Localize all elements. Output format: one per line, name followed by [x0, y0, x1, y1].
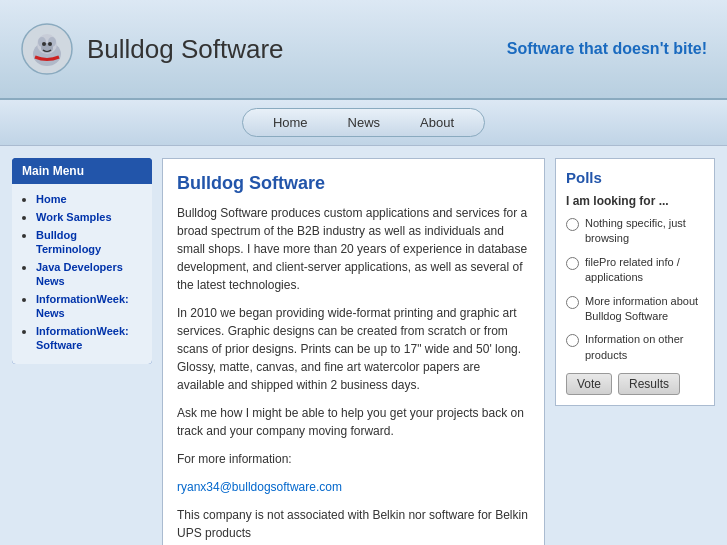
svg-point-6: [42, 42, 46, 46]
results-button[interactable]: Results: [618, 373, 680, 395]
list-item: InformationWeek: News: [36, 292, 142, 320]
main-wrapper: Main Menu Home Work Samples Bulldog Term…: [0, 146, 727, 545]
list-item: Bulldog Terminology: [36, 228, 142, 256]
content-paragraph-2: In 2010 we began providing wide-format p…: [177, 304, 530, 394]
content-paragraph-1: Bulldog Software produces custom applica…: [177, 204, 530, 294]
sidebar-content: Home Work Samples Bulldog Terminology Ja…: [12, 184, 152, 364]
site-title: Bulldog Software: [87, 34, 284, 65]
svg-point-7: [48, 42, 52, 46]
polls-area: Polls I am looking for ... Nothing speci…: [555, 158, 715, 545]
sidebar-link-iw-news[interactable]: InformationWeek: News: [36, 293, 129, 319]
poll-label-4: Information on other products: [585, 332, 704, 363]
polls-subtitle: I am looking for ...: [566, 194, 704, 208]
poll-option-2: filePro related info / applications: [566, 255, 704, 286]
sidebar-link-home[interactable]: Home: [36, 193, 67, 205]
poll-label-2: filePro related info / applications: [585, 255, 704, 286]
sidebar-title: Main Menu: [12, 158, 152, 184]
page-header: Bulldog Software Software that doesn't b…: [0, 0, 727, 100]
logo-area: Bulldog Software: [20, 22, 284, 77]
sidebar: Main Menu Home Work Samples Bulldog Term…: [12, 158, 152, 545]
nav-about[interactable]: About: [400, 111, 474, 134]
content-paragraph-3: Ask me how I might be able to help you g…: [177, 404, 530, 440]
poll-radio-3[interactable]: [566, 296, 579, 309]
tagline: Software that doesn't bite!: [507, 40, 707, 58]
belkin-notice: This company is not associated with Belk…: [177, 506, 530, 542]
poll-label-1: Nothing specific, just browsing: [585, 216, 704, 247]
sidebar-link-iw-software[interactable]: InformationWeek: Software: [36, 325, 129, 351]
sidebar-box: Main Menu Home Work Samples Bulldog Term…: [12, 158, 152, 364]
poll-radio-1[interactable]: [566, 218, 579, 231]
email-link[interactable]: ryanx34@bulldogsoftware.com: [177, 480, 342, 494]
poll-option-3: More information about Bulldog Software: [566, 294, 704, 325]
list-item: Java Developers News: [36, 260, 142, 288]
content-title: Bulldog Software: [177, 173, 530, 194]
poll-label-3: More information about Bulldog Software: [585, 294, 704, 325]
nav-news[interactable]: News: [328, 111, 401, 134]
poll-radio-4[interactable]: [566, 334, 579, 347]
list-item: Work Samples: [36, 210, 142, 224]
sidebar-link-work-samples[interactable]: Work Samples: [36, 211, 112, 223]
poll-radio-2[interactable]: [566, 257, 579, 270]
sidebar-link-terminology[interactable]: Bulldog Terminology: [36, 229, 101, 255]
polls-title: Polls: [566, 169, 704, 186]
main-content: Bulldog Software Bulldog Software produc…: [162, 158, 545, 545]
list-item: Home: [36, 192, 142, 206]
bulldog-logo-icon: [20, 22, 75, 77]
nav-home[interactable]: Home: [253, 111, 328, 134]
vote-button[interactable]: Vote: [566, 373, 612, 395]
navigation-bar: Home News About: [0, 100, 727, 146]
sidebar-menu-list: Home Work Samples Bulldog Terminology Ja…: [22, 192, 142, 352]
list-item: InformationWeek: Software: [36, 324, 142, 352]
poll-option-4: Information on other products: [566, 332, 704, 363]
poll-option-1: Nothing specific, just browsing: [566, 216, 704, 247]
nav-pill: Home News About: [242, 108, 485, 137]
polls-box: Polls I am looking for ... Nothing speci…: [555, 158, 715, 406]
for-more-info: For more information:: [177, 450, 530, 468]
sidebar-link-java-news[interactable]: Java Developers News: [36, 261, 123, 287]
poll-buttons: Vote Results: [566, 373, 704, 395]
